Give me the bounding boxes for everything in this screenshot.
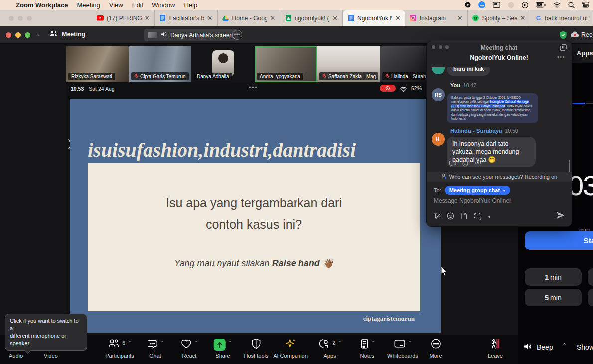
play-circle-icon[interactable] [522, 2, 528, 8]
wifi-icon[interactable] [553, 2, 561, 8]
chevron-down-icon[interactable]: ⌄ [36, 31, 40, 37]
participant-tile-andra[interactable]: Andra- yogyakarta [255, 46, 317, 82]
format-text-icon[interactable] [433, 212, 441, 222]
chat-more-options[interactable]: ••• [557, 54, 565, 60]
device-battery-percent: 62% [411, 85, 422, 91]
recording-cloud-icon[interactable] [570, 31, 580, 40]
record-dot-icon[interactable] [465, 2, 471, 8]
zoom-app-menubar-icon[interactable]: zm [478, 1, 485, 8]
avatar: H- [432, 133, 445, 146]
avatar: RS [432, 88, 445, 101]
message-more-icon[interactable]: ••• [475, 160, 482, 169]
screen: Zoom Workplace Meeting View Edit Window … [0, 0, 593, 364]
chevron-up-icon[interactable]: ⌃ [160, 340, 164, 345]
chevron-up-icon[interactable]: ⌃ [371, 340, 375, 345]
toolbar-participants[interactable]: 6⌃ Participants [105, 339, 134, 359]
toolbar-share[interactable]: ⌃ Share [214, 339, 232, 359]
menu-zoom-workplace[interactable]: Zoom Workplace [16, 1, 68, 9]
menu-edit[interactable]: Edit [132, 1, 143, 9]
menu-meeting[interactable]: Meeting [77, 1, 100, 9]
chevron-up-icon[interactable]: ⌃ [408, 340, 412, 345]
menu-help[interactable]: Help [184, 1, 197, 9]
security-shield-icon[interactable] [559, 31, 567, 41]
toolbar-chat[interactable]: ⌃ Chat [147, 339, 164, 359]
close-icon[interactable]: ✕ [332, 15, 338, 21]
tab-youtube[interactable]: (17) PERINGATAN D✕ [92, 10, 155, 26]
sound-speaker-icon[interactable] [524, 343, 532, 352]
presentation-slide: isuisufashion,industri,dantradisi Isu ap… [70, 99, 441, 333]
chat-messages[interactable]: baru ini kak You 10.47 RS Bahkan, pada t… [427, 67, 572, 172]
close-icon[interactable]: ✕ [457, 15, 463, 21]
toolbar-ai-companion[interactable]: AI Companion [273, 339, 308, 359]
send-message-icon[interactable] [556, 211, 565, 221]
tab-spotify[interactable]: Spotify – Search✕ [468, 10, 531, 26]
hidden-app-icon[interactable] [508, 2, 514, 8]
add-reaction-icon[interactable] [462, 160, 469, 169]
emoji-icon[interactable] [447, 212, 454, 222]
chevron-up-icon[interactable]: ⌃ [228, 340, 232, 345]
chevron-up-icon[interactable]: ⌃ [128, 340, 132, 345]
tab-google-search-batik[interactable]: G batik menurut une [530, 10, 593, 26]
toolbar-apps[interactable]: 2⌃ Apps [318, 339, 342, 359]
menu-window[interactable]: Window [152, 1, 175, 9]
timer-preset-1min-button[interactable]: 1 min [525, 268, 582, 286]
speaker-icon [161, 31, 167, 39]
minimize-window-button[interactable] [15, 32, 21, 38]
chevron-up-icon[interactable]: ⌃ [194, 340, 198, 345]
audio-tooltip: Click if you want to switch to adifferen… [5, 314, 87, 351]
timer-sound-select[interactable]: Beep [537, 343, 553, 351]
toolbar-leave[interactable]: Leave [488, 339, 503, 359]
participant-tile-cipta[interactable]: Cipta Garis Temurun [129, 46, 191, 82]
more-ellipsis-icon [430, 338, 441, 351]
screenshot-icon[interactable] [474, 213, 482, 222]
timer-preset-button-clipped[interactable] [588, 268, 593, 286]
participant-tile-rizkyka[interactable]: Rizkyka Saraswati [66, 46, 129, 82]
google-icon: G [535, 15, 542, 22]
spotlight-search-icon[interactable] [568, 2, 575, 8]
close-icon[interactable]: ✕ [145, 15, 150, 21]
tab-google-drive[interactable]: Home - Google Driv✕ [218, 10, 281, 26]
svg-text:G: G [536, 15, 541, 21]
tab-instagram[interactable]: Instagram✕ [405, 10, 468, 26]
more-options-button[interactable]: ••• [232, 30, 242, 40]
timer-preset-button-clipped[interactable] [588, 289, 593, 306]
macos-menubar: Zoom Workplace Meeting View Edit Window … [0, 0, 593, 10]
timer-show-toggle[interactable]: Show [577, 343, 593, 351]
chat-scrollbar[interactable] [569, 160, 570, 172]
shared-screen-pill[interactable]: Danya Adhalia's screen [144, 29, 238, 41]
chevron-up-icon[interactable]: ⌃ [338, 340, 342, 345]
zoom-window-button[interactable] [25, 32, 30, 38]
participant-tile-danya[interactable]: Danya Adhalia [192, 46, 254, 82]
menu-view[interactable]: View [109, 1, 123, 9]
chat-titlebar[interactable]: Meeting chat [427, 41, 572, 53]
tab-ngobrolyuk-form[interactable]: ngobrolyuk! (Resp✕ [280, 10, 343, 26]
tab-facilitators-brief[interactable]: Facilitator's brief - ✕ [155, 10, 218, 26]
pop-in-icon[interactable] [560, 44, 567, 53]
chevron-down-icon[interactable]: ▾ [488, 215, 490, 219]
close-icon[interactable]: ✕ [270, 15, 275, 21]
control-center-icon[interactable] [582, 2, 589, 8]
browser-window-controls[interactable] [9, 16, 32, 21]
display-mirroring-icon[interactable] [493, 2, 500, 8]
chat-message-input[interactable]: Message NgobrolYuk Online! [434, 197, 511, 204]
attach-file-icon[interactable] [461, 212, 467, 222]
close-icon[interactable]: ✕ [395, 15, 401, 21]
shared-screen-label: Danya Adhalia's screen [170, 32, 233, 39]
toolbar-more[interactable]: More [429, 339, 442, 359]
toolbar-whiteboards[interactable]: ⌃ Whiteboards [387, 339, 418, 359]
toolbar-react[interactable]: ⌃ React [180, 339, 198, 359]
close-icon[interactable]: ✕ [520, 15, 525, 21]
close-icon[interactable]: ✕ [207, 15, 213, 21]
participant-tile-saffanah[interactable]: Saffanah Zakia - Mag... [317, 46, 380, 82]
tab-ngobrolyuk-notulen[interactable]: NgobrolYuk Notulen✕ [343, 10, 405, 26]
toolbar-host-tools[interactable]: Host tools [244, 339, 269, 359]
timer-start-button[interactable]: Start [525, 231, 593, 250]
close-window-button[interactable] [6, 32, 11, 38]
toolbar-notes[interactable]: ⌃ Notes [359, 339, 375, 359]
chevron-up-icon[interactable]: ⌃ [562, 342, 567, 349]
sender-name[interactable]: Halinda - Surabaya [450, 128, 502, 134]
reply-icon[interactable] [449, 160, 457, 169]
timer-preset-5min-button[interactable]: 5 min [525, 289, 582, 306]
google-docs-icon [347, 15, 354, 22]
chat-recipient-select[interactable]: Meeting group chat▼ [445, 186, 510, 195]
